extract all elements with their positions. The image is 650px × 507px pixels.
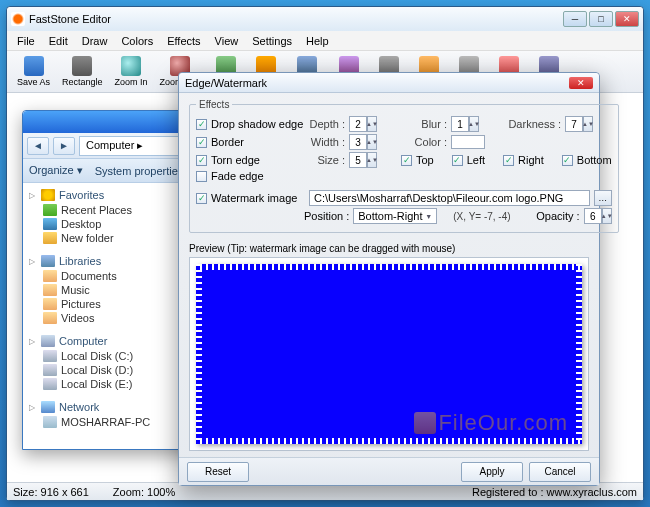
toolbar-save-as[interactable]: Save As bbox=[11, 54, 56, 89]
desk-icon bbox=[43, 218, 57, 230]
watermark-text: FileOur.com bbox=[438, 410, 568, 436]
dialog-close-button[interactable]: ✕ bbox=[569, 77, 593, 89]
right-checkbox[interactable]: ✓ bbox=[503, 155, 514, 166]
blur-label: Blur : bbox=[411, 118, 447, 130]
darkness-label: Darkness : bbox=[505, 118, 561, 130]
top-checkbox[interactable]: ✓ bbox=[401, 155, 412, 166]
darkness-input[interactable]: 7▲▼ bbox=[565, 116, 593, 132]
top-label: Top bbox=[416, 154, 434, 166]
apply-button[interactable]: Apply bbox=[461, 462, 523, 482]
drop-shadow-label: Drop shadow edge bbox=[211, 118, 305, 130]
disk-icon bbox=[43, 378, 57, 390]
toolbar-rectangle[interactable]: Rectangle bbox=[56, 54, 109, 89]
opacity-input[interactable]: 6▲▼ bbox=[584, 208, 612, 224]
dialog-title: Edge/Watermark bbox=[185, 77, 267, 89]
mus-icon bbox=[43, 284, 57, 296]
rect-icon bbox=[72, 56, 92, 76]
nav-back-button[interactable]: ◄ bbox=[27, 137, 49, 155]
depth-input[interactable]: 2▲▼ bbox=[349, 116, 377, 132]
status-size: Size: 916 x 661 bbox=[13, 486, 89, 498]
app-icon bbox=[11, 12, 25, 26]
preview-group: Preview (Tip: watermark image can be dra… bbox=[189, 241, 589, 451]
menu-view[interactable]: View bbox=[209, 33, 245, 49]
border-checkbox[interactable]: ✓ bbox=[196, 137, 207, 148]
doc-icon bbox=[43, 270, 57, 282]
depth-label: Depth : bbox=[309, 118, 345, 130]
menu-colors[interactable]: Colors bbox=[115, 33, 159, 49]
watermark-label: Watermark image bbox=[211, 192, 305, 204]
star-icon bbox=[41, 189, 55, 201]
fav-icon bbox=[43, 204, 57, 216]
breadcrumb-computer[interactable]: Computer ▸ bbox=[86, 139, 143, 152]
width-label: Width : bbox=[309, 136, 345, 148]
save-icon bbox=[24, 56, 44, 76]
bottom-checkbox[interactable]: ✓ bbox=[562, 155, 573, 166]
menu-effects[interactable]: Effects bbox=[161, 33, 206, 49]
lib-icon bbox=[41, 255, 55, 267]
edge-watermark-dialog: Edge/Watermark ✕ Effects ✓ Drop shadow e… bbox=[178, 72, 600, 486]
watermark-logo-icon bbox=[414, 412, 436, 434]
app-title: FastStone Editor bbox=[29, 13, 111, 25]
status-zoom: Zoom: 100% bbox=[113, 486, 175, 498]
torn-edge-label: Torn edge bbox=[211, 154, 305, 166]
opacity-label: Opacity : bbox=[536, 210, 579, 222]
preview-canvas[interactable]: FileOur.com bbox=[196, 264, 582, 444]
drop-shadow-checkbox[interactable]: ✓ bbox=[196, 119, 207, 130]
minimize-button[interactable]: ─ bbox=[563, 11, 587, 27]
right-label: Right bbox=[518, 154, 544, 166]
menu-settings[interactable]: Settings bbox=[246, 33, 298, 49]
border-label: Border bbox=[211, 136, 305, 148]
width-input[interactable]: 3▲▼ bbox=[349, 134, 377, 150]
size-input[interactable]: 5▲▼ bbox=[349, 152, 377, 168]
reset-button[interactable]: Reset bbox=[187, 462, 249, 482]
net-icon bbox=[41, 401, 55, 413]
status-registered: Registered to : www.xyraclus.com bbox=[472, 486, 637, 498]
cancel-button[interactable]: Cancel bbox=[529, 462, 591, 482]
blur-input[interactable]: 1▲▼ bbox=[451, 116, 479, 132]
color-picker[interactable] bbox=[451, 135, 485, 149]
dialog-button-bar: Reset Apply Cancel bbox=[179, 457, 599, 485]
zin-icon bbox=[121, 56, 141, 76]
bottom-label: Bottom bbox=[577, 154, 612, 166]
pc-icon bbox=[43, 416, 57, 428]
position-label: Position : bbox=[304, 210, 349, 222]
color-label: Color : bbox=[411, 136, 447, 148]
fold-icon bbox=[43, 232, 57, 244]
preview-area: FileOur.com bbox=[189, 257, 589, 451]
title-bar[interactable]: FastStone Editor ─ □ ✕ bbox=[7, 7, 643, 31]
pic-icon bbox=[43, 298, 57, 310]
watermark-checkbox[interactable]: ✓ bbox=[196, 193, 207, 204]
comp-icon bbox=[41, 335, 55, 347]
menu-edit[interactable]: Edit bbox=[43, 33, 74, 49]
system-properties-link[interactable]: System properties bbox=[95, 165, 184, 177]
preview-header: Preview (Tip: watermark image can be dra… bbox=[189, 241, 589, 255]
effects-legend: Effects bbox=[196, 99, 232, 110]
nav-forward-button[interactable]: ► bbox=[53, 137, 75, 155]
watermark-path-input[interactable]: C:\Users\Mosharraf\Desktop\Fileour.com l… bbox=[309, 190, 590, 206]
left-label: Left bbox=[467, 154, 485, 166]
close-button[interactable]: ✕ bbox=[615, 11, 639, 27]
position-coord: (X, Y= -7, -4) bbox=[453, 211, 510, 222]
position-select[interactable]: Bottom-Right▼ bbox=[353, 208, 437, 224]
dialog-titlebar[interactable]: Edge/Watermark ✕ bbox=[179, 73, 599, 93]
torn-edge-checkbox[interactable]: ✓ bbox=[196, 155, 207, 166]
vid-icon bbox=[43, 312, 57, 324]
browse-button[interactable]: … bbox=[594, 190, 612, 206]
organize-menu[interactable]: Organize ▾ bbox=[29, 164, 83, 177]
left-checkbox[interactable]: ✓ bbox=[452, 155, 463, 166]
menu-file[interactable]: File bbox=[11, 33, 41, 49]
menu-draw[interactable]: Draw bbox=[76, 33, 114, 49]
watermark-image[interactable]: FileOur.com bbox=[414, 410, 568, 436]
maximize-button[interactable]: □ bbox=[589, 11, 613, 27]
menu-bar: File Edit Draw Colors Effects View Setti… bbox=[7, 31, 643, 51]
menu-help[interactable]: Help bbox=[300, 33, 335, 49]
fade-edge-checkbox[interactable] bbox=[196, 171, 207, 182]
disk-icon bbox=[43, 350, 57, 362]
fade-edge-label: Fade edge bbox=[211, 170, 305, 182]
toolbar-zoom-in[interactable]: Zoom In bbox=[109, 54, 154, 89]
disk-icon bbox=[43, 364, 57, 376]
size-label: Size : bbox=[309, 154, 345, 166]
effects-group: Effects ✓ Drop shadow edge Depth : 2▲▼ B… bbox=[189, 99, 619, 233]
